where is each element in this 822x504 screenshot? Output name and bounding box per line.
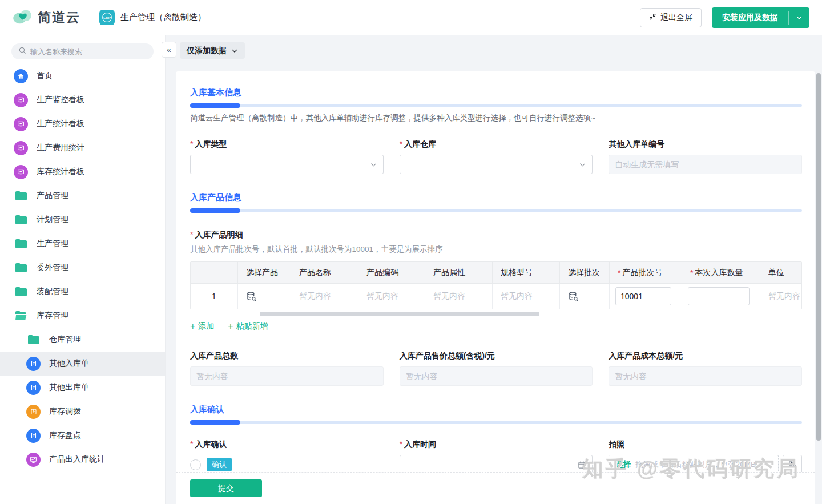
field-label-inbound-type: 入库类型 xyxy=(190,139,384,150)
field-label-product-detail: 入库产品明细 xyxy=(190,230,802,240)
folder-open-icon xyxy=(14,311,28,320)
logo-text: 简道云 xyxy=(38,9,80,26)
paste-add-button[interactable]: + 粘贴新增 xyxy=(228,321,268,332)
calendar-icon xyxy=(578,461,586,469)
sidebar-item-assembly-mgmt[interactable]: 装配管理 xyxy=(0,280,165,304)
section-progress-bar xyxy=(190,208,802,213)
sidebar-nav: 首页 生产监控看板 生产统计看板 生产费用统计 库存统计看板 xyxy=(0,64,165,471)
form-doc-icon xyxy=(26,381,41,395)
product-detail-note: 其他入库产品批次号，默认首批，默认批次号为10001，主要是为展示排序 xyxy=(190,244,802,255)
sidebar-item-plan-mgmt[interactable]: 计划管理 xyxy=(0,208,165,232)
home-icon xyxy=(14,69,28,83)
field-label-total-count: 入库产品总数 xyxy=(190,351,384,361)
photo-select-link[interactable]: 选择 xyxy=(615,459,631,470)
form-footer: 提交 xyxy=(176,472,815,504)
sidebar-item-product-io-stats[interactable]: 产品出入库统计 xyxy=(0,447,165,471)
section-progress-bar xyxy=(190,420,802,425)
data-select-icon xyxy=(568,291,579,302)
folder-icon xyxy=(14,287,28,296)
inbound-type-select[interactable] xyxy=(190,155,384,174)
table-horizontal-scrollbar[interactable] xyxy=(260,312,539,316)
data-mode-dropdown[interactable]: 仅添加数据 xyxy=(180,42,245,59)
section-title-products: 入库产品信息 xyxy=(190,192,802,203)
form-card: 入库基本信息 简道云生产管理（离散制造）中，其他入库单辅助进行库存调整，提供多种… xyxy=(176,71,815,504)
sidebar-item-inventory-stats-dashboard[interactable]: 库存统计看板 xyxy=(0,160,165,184)
sidebar-item-prod-monitor-dashboard[interactable]: 生产监控看板 xyxy=(0,88,165,112)
total-price-field xyxy=(400,366,593,386)
sidebar-item-product-mgmt[interactable]: 产品管理 xyxy=(0,184,165,208)
exit-fullscreen-button[interactable]: 退出全屏 xyxy=(640,8,702,27)
folder-icon xyxy=(14,215,28,224)
dashboard-icon xyxy=(14,165,28,179)
dashboard-icon xyxy=(14,117,28,131)
install-dropdown-caret[interactable] xyxy=(789,7,809,28)
col-rownum xyxy=(191,262,237,283)
dashboard-icon xyxy=(14,141,28,155)
data-select-icon xyxy=(246,291,257,302)
main-area: 仅添加数据 入库基本信息 简道云生产管理（离散制造）中，其他入库单辅助进行库存调… xyxy=(166,35,822,504)
chevron-down-icon xyxy=(370,161,377,168)
field-label-photo: 拍照 xyxy=(609,440,802,450)
sidebar-item-production-mgmt[interactable]: 生产管理 xyxy=(0,232,165,256)
batch-no-input[interactable] xyxy=(615,287,671,305)
select-batch-cell[interactable] xyxy=(559,284,609,309)
inbound-time-picker[interactable] xyxy=(400,455,593,474)
sidebar-item-inventory-mgmt[interactable]: 库存管理 xyxy=(0,304,165,328)
form-doc-icon xyxy=(26,429,41,443)
sidebar-item-home[interactable]: 首页 xyxy=(0,64,165,88)
add-row-button[interactable]: + 添加 xyxy=(190,321,214,332)
section-progress-bar xyxy=(190,103,802,108)
sidebar-search[interactable] xyxy=(11,43,154,59)
logo-icon xyxy=(13,8,33,27)
order-no-field xyxy=(609,155,802,174)
sidebar-item-outsource-mgmt[interactable]: 委外管理 xyxy=(0,256,165,280)
sidebar-item-inventory-count[interactable]: 库存盘点 xyxy=(0,424,165,447)
select-product-cell[interactable] xyxy=(237,284,291,309)
field-label-confirm: 入库确认 xyxy=(190,440,384,450)
sidebar-item-warehouse-mgmt[interactable]: 仓库管理 xyxy=(0,328,165,352)
plus-icon: + xyxy=(228,321,233,332)
brand-logo: 简道云 xyxy=(13,8,80,27)
photo-hint: 拖拽或单击后粘贴图片，单张20MB... xyxy=(635,459,762,470)
sidebar-item-other-inbound-order[interactable]: 其他入库单 xyxy=(0,352,165,376)
qr-scan-button[interactable] xyxy=(783,455,802,474)
field-label-order-no: 其他入库单编号 xyxy=(609,139,802,150)
app-header: 简道云 ERP 生产管理（离散制造） 退出全屏 安装应用及数据 xyxy=(0,0,822,35)
sidebar: 首页 生产监控看板 生产统计看板 生产费用统计 库存统计看板 xyxy=(0,35,166,504)
field-label-total-price: 入库产品售价总额(含税)/元 xyxy=(400,351,593,361)
photo-upload-field[interactable]: 选择 拖拽或单击后粘贴图片，单张20MB... xyxy=(609,455,779,474)
search-icon xyxy=(18,46,26,57)
total-cost-field xyxy=(609,366,802,386)
form-doc-icon xyxy=(26,357,41,371)
section-title-confirm: 入库确认 xyxy=(190,404,802,415)
sidebar-item-other-outbound-order[interactable]: 其他出库单 xyxy=(0,376,165,400)
chevron-down-icon xyxy=(231,47,238,54)
field-label-total-cost: 入库产品成本总额/元 xyxy=(609,351,802,361)
confirm-badge[interactable]: 确认 xyxy=(207,458,232,471)
sidebar-item-prod-stats-dashboard[interactable]: 生产统计看板 xyxy=(0,112,165,136)
search-input[interactable] xyxy=(30,47,147,56)
exit-fullscreen-icon xyxy=(649,13,656,22)
inbound-warehouse-select[interactable] xyxy=(400,155,593,174)
table-row: 1 暂无内容 暂无内容 暂无内容 暂无内容 xyxy=(191,283,802,309)
submit-button[interactable]: 提交 xyxy=(190,479,262,497)
section-description: 简道云生产管理（离散制造）中，其他入库单辅助进行库存调整，提供多种入库类型进行选… xyxy=(190,113,802,123)
sidebar-item-prod-cost-stats[interactable]: 生产费用统计 xyxy=(0,136,165,160)
header-divider xyxy=(90,11,90,24)
table-header-row: 选择产品 产品名称 产品编码 产品属性 规格型号 选择批次 产品批次号 本次入库… xyxy=(191,262,802,283)
total-count-field xyxy=(190,366,384,386)
inbound-qty-input[interactable] xyxy=(688,287,750,305)
sidebar-item-inventory-transfer[interactable]: 库存调拨 xyxy=(0,400,165,424)
qr-icon xyxy=(788,460,797,469)
section-title-basic: 入库基本信息 xyxy=(190,87,802,98)
field-label-inbound-warehouse: 入库仓库 xyxy=(400,139,593,150)
sidebar-collapse-button[interactable]: « xyxy=(162,42,176,58)
order-no-input xyxy=(615,160,796,169)
app-icon: ERP xyxy=(99,10,115,25)
folder-icon xyxy=(14,239,28,248)
dashboard-icon xyxy=(14,93,28,107)
vertical-scrollbar[interactable] xyxy=(816,73,821,441)
confirm-radio[interactable] xyxy=(190,459,201,470)
install-app-button[interactable]: 安装应用及数据 xyxy=(712,7,809,28)
chevron-down-icon xyxy=(579,161,586,168)
